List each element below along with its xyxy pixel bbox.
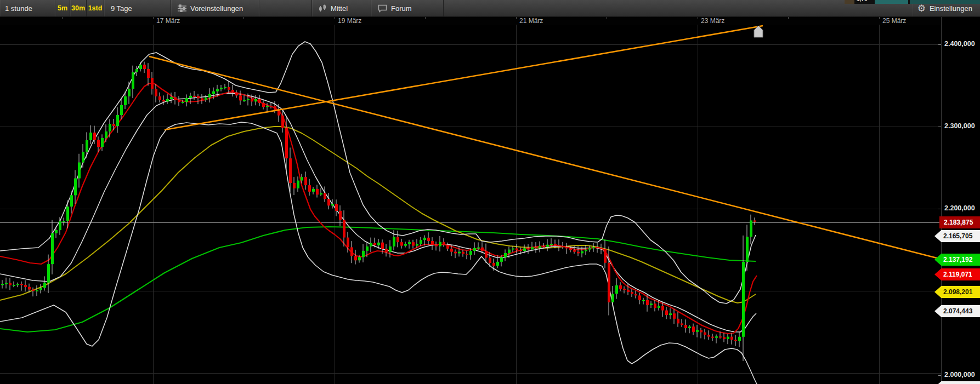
presets-button[interactable]: Voreinstellungen [171,0,259,16]
price-tag-band-middle: 2.074,443 [934,305,980,317]
timeframe-button-5m[interactable]: 5m [55,0,70,16]
price-tag-band-upper: 2.165,705 [934,230,980,242]
candle-wicks [2,62,755,361]
timeframe-1std-label: 1std [88,4,103,12]
timeframe-button-30m[interactable]: 30m [70,0,87,16]
price-axis-label: 2.300,000 [944,122,978,130]
forum-button[interactable]: Forum [371,0,444,16]
toolbar-spacer-cell [259,0,312,16]
date-label: 21 März [519,17,543,25]
clipped-top-panel: 1,70 [845,0,980,4]
clipped-price-text: 1,70 [857,0,867,2]
price-axis-label: 2.000,000 [944,371,978,379]
chart-toolbar: 1 stunde 5m 30m 1std 9 Tage [0,0,980,17]
descending-trendline[interactable] [149,56,941,259]
timeframe-dropdown[interactable]: 1 stunde [0,0,55,16]
date-label: 23 März [701,17,724,25]
clipped-block-teal-1 [875,0,908,4]
price-tick [938,209,941,209]
bollinger-lower-line [0,122,757,384]
range-dropdown[interactable]: 9 Tage [104,0,171,16]
date-axis[interactable]: 17 März19 März21 März23 März25 März [0,16,941,25]
toolbar-spacer [444,0,913,16]
ascending-trendline[interactable] [165,26,763,130]
candlestick-icon [319,4,327,13]
gear-icon: ⚙ [917,4,926,13]
price-tag-ma-red: 2.119,071 [934,268,980,280]
price-axis[interactable] [941,16,980,384]
price-tag-ma-yellow: 2.098,201 [934,286,980,298]
timeframe-5m-label: 5m [58,4,67,12]
range-label: 9 Tage [111,4,132,13]
price-tick [938,44,941,45]
date-label: 25 März [882,17,906,25]
date-label: 17 März [156,17,180,25]
price-axis-label: 2.400,000 [944,40,978,48]
presets-label: Voreinstellungen [190,4,243,13]
sliders-icon [178,4,186,12]
price-tick [938,375,941,376]
price-tick [938,127,941,127]
timeframe-label: 1 stunde [5,4,32,13]
timeframe-button-1std[interactable]: 1std [87,0,104,16]
trendlines [149,26,941,259]
settings-label: Einstellungen [930,4,972,13]
speech-bubble-icon [378,4,387,13]
clipped-block-brown [845,0,854,4]
candle-bodies [1,65,756,341]
price-tag-current-price: 2.183,875 [939,216,980,228]
gridlines [0,25,941,384]
yellow-ma-line [0,127,756,303]
timeframe-30m-label: 30m [71,4,85,12]
price-chart[interactable] [0,0,980,384]
clipped-block-teal-2 [910,0,980,4]
price-axis-label: 2.200,000 [944,204,978,212]
forum-label: Forum [391,4,412,13]
mittel-label: Mittel [331,4,348,13]
mittel-button[interactable]: Mittel [312,0,371,16]
price-tag-ma-green: 2.137,192 [934,254,980,266]
trading-app-window: 17 März19 März21 März23 März25 März 1 st… [0,0,980,384]
price-tag-band-lower-partial [934,381,980,384]
date-label: 19 März [338,17,361,25]
